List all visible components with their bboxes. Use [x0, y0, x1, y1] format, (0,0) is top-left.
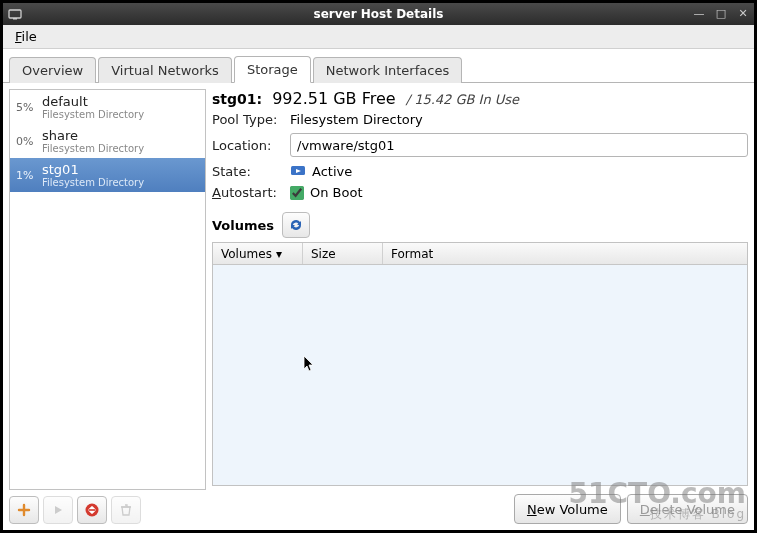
pool-type: Filesystem Directory	[42, 109, 144, 120]
storage-pool-list[interactable]: 5%defaultFilesystem Directory0%shareFile…	[9, 89, 206, 490]
volumes-table-body[interactable]	[213, 265, 747, 485]
pool-usage-pct: 0%	[16, 135, 42, 148]
tab-network-interfaces[interactable]: Network Interfaces	[313, 57, 462, 83]
pool-usage-pct: 1%	[16, 169, 42, 182]
state-active-icon	[290, 163, 306, 179]
pool-row-stg01[interactable]: 1%stg01Filesystem Directory	[10, 158, 205, 192]
pool-usage-pct: 5%	[16, 101, 42, 114]
volumes-label: Volumes	[212, 218, 274, 233]
pool-name: share	[42, 128, 144, 143]
new-volume-button[interactable]: New Volume	[514, 494, 621, 524]
pool-row-share[interactable]: 0%shareFilesystem Directory	[10, 124, 205, 158]
stop-pool-button[interactable]	[77, 496, 107, 524]
tab-storage[interactable]: Storage	[234, 56, 311, 83]
start-pool-button[interactable]	[43, 496, 73, 524]
autostart-checkbox[interactable]	[290, 186, 304, 200]
minimize-button[interactable]: —	[692, 7, 706, 21]
pool-name-label: stg01:	[212, 91, 262, 107]
add-pool-button[interactable]	[9, 496, 39, 524]
location-input[interactable]	[290, 133, 748, 157]
pool-type-label: Pool Type:	[212, 112, 290, 127]
pool-free-space: 992.51 GB Free	[272, 89, 395, 108]
autostart-label: Autostart:	[212, 185, 290, 200]
delete-volume-button[interactable]: Delete Volume	[627, 494, 748, 524]
refresh-volumes-button[interactable]	[282, 212, 310, 238]
close-button[interactable]: ✕	[736, 7, 750, 21]
autostart-value: On Boot	[310, 185, 363, 200]
pool-type: Filesystem Directory	[42, 143, 144, 154]
column-volumes[interactable]: Volumes▾	[213, 243, 303, 264]
volumes-table[interactable]: Volumes▾ Size Format	[212, 242, 748, 486]
tab-bar: Overview Virtual Networks Storage Networ…	[3, 55, 754, 83]
menu-bar: File	[3, 25, 754, 49]
pool-type: Filesystem Directory	[42, 177, 144, 188]
svg-rect-4	[89, 509, 96, 511]
column-size[interactable]: Size	[303, 243, 383, 264]
column-format[interactable]: Format	[383, 243, 747, 264]
pool-type-value: Filesystem Directory	[290, 112, 423, 127]
location-label: Location:	[212, 138, 290, 153]
window-title: server Host Details	[3, 7, 754, 21]
tab-virtual-networks[interactable]: Virtual Networks	[98, 57, 232, 83]
cursor-icon	[303, 355, 317, 373]
state-value: Active	[312, 164, 352, 179]
window-titlebar: server Host Details — □ ✕	[3, 3, 754, 25]
menu-file[interactable]: File	[9, 27, 43, 46]
sort-indicator-icon: ▾	[276, 247, 282, 261]
delete-pool-button[interactable]	[111, 496, 141, 524]
pool-name: default	[42, 94, 144, 109]
pool-inuse-space: / 15.42 GB In Use	[406, 92, 519, 107]
tab-overview[interactable]: Overview	[9, 57, 96, 83]
pool-row-default[interactable]: 5%defaultFilesystem Directory	[10, 90, 205, 124]
state-label: State:	[212, 164, 290, 179]
maximize-button[interactable]: □	[714, 7, 728, 21]
pool-name: stg01	[42, 162, 144, 177]
